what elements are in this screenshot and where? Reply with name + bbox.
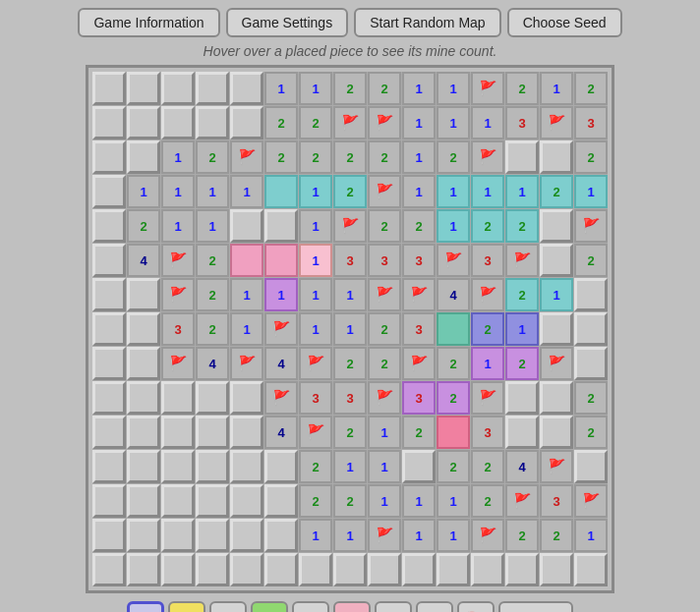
cell-r0-c13[interactable]: 1 [540, 72, 573, 105]
cell-r13-c10[interactable]: 1 [437, 519, 470, 552]
cell-r8-c14[interactable] [574, 347, 608, 380]
cell-r10-c14[interactable]: 2 [574, 416, 608, 449]
cell-r11-c7[interactable]: 1 [333, 450, 367, 483]
cell-r5-c11[interactable]: 3 [471, 244, 504, 277]
cell-r2-c8[interactable]: 2 [368, 140, 401, 174]
cell-r2-c14[interactable]: 2 [574, 140, 608, 174]
cell-r14-c2[interactable] [161, 553, 195, 586]
cell-r13-c9[interactable]: 1 [402, 519, 436, 552]
cell-r11-c4[interactable] [230, 450, 263, 483]
cell-r4-c11[interactable]: 2 [471, 209, 504, 243]
cell-r4-c3[interactable]: 1 [196, 209, 229, 243]
cell-r8-c6[interactable]: 🚩 [299, 347, 332, 380]
cell-r11-c3[interactable] [196, 450, 229, 483]
cell-r9-c12[interactable] [505, 381, 539, 415]
cell-r10-c13[interactable] [540, 416, 573, 449]
cell-r10-c2[interactable] [161, 416, 195, 449]
cell-r11-c1[interactable] [127, 450, 160, 483]
cell-r14-c3[interactable] [196, 553, 229, 586]
cell-r6-c8[interactable]: 🚩 [368, 278, 401, 311]
minesweeper-grid[interactable]: 112211🚩21222🚩🚩1113🚩312🚩222212🚩2111112🚩11… [92, 72, 608, 586]
cell-r14-c6[interactable] [299, 553, 332, 586]
cell-r8-c11[interactable]: 1 [471, 347, 504, 380]
cell-r7-c14[interactable] [574, 312, 608, 346]
cell-r0-c11[interactable]: 🚩 [471, 72, 504, 105]
cell-r12-c0[interactable] [92, 484, 126, 518]
cell-r14-c0[interactable] [92, 553, 126, 586]
cell-r7-c3[interactable]: 2 [196, 312, 229, 346]
cell-r2-c10[interactable]: 2 [437, 140, 470, 174]
cell-r2-c7[interactable]: 2 [333, 140, 367, 174]
cell-r1-c7[interactable]: 🚩 [333, 106, 367, 139]
cell-r8-c12[interactable]: 2 [505, 347, 539, 380]
cell-r3-c5[interactable] [264, 175, 298, 208]
cell-r14-c11[interactable] [471, 553, 504, 586]
cell-r4-c2[interactable]: 1 [161, 209, 195, 243]
cell-r3-c7[interactable]: 2 [333, 175, 367, 208]
btn-4b[interactable]: 4 [251, 601, 288, 612]
btn-3[interactable]: 3 [333, 601, 371, 612]
cell-r11-c10[interactable]: 2 [437, 450, 470, 483]
cell-r3-c8[interactable]: 🚩 [368, 175, 401, 208]
cell-r1-c8[interactable]: 🚩 [368, 106, 401, 139]
cell-r0-c9[interactable]: 1 [402, 72, 436, 105]
cell-r4-c8[interactable]: 2 [368, 209, 401, 243]
cell-r7-c13[interactable] [540, 312, 573, 346]
cell-r9-c10[interactable]: 2 [437, 381, 470, 415]
cell-r14-c9[interactable] [402, 553, 436, 586]
cell-r8-c9[interactable]: 🚩 [402, 347, 436, 380]
cell-r2-c4[interactable]: 🚩 [230, 140, 263, 174]
cell-r7-c0[interactable] [92, 312, 126, 346]
cell-r3-c2[interactable]: 1 [161, 175, 195, 208]
cell-r10-c0[interactable] [92, 416, 126, 449]
cell-r4-c6[interactable]: 1 [299, 209, 332, 243]
cell-r10-c8[interactable]: 1 [368, 416, 401, 449]
cell-r8-c3[interactable]: 4 [196, 347, 229, 380]
cell-r13-c4[interactable] [230, 519, 263, 552]
cell-r9-c7[interactable]: 3 [333, 381, 367, 415]
cell-r6-c10[interactable]: 4 [437, 278, 470, 311]
cell-r14-c14[interactable] [574, 553, 608, 586]
cell-r11-c14[interactable] [574, 450, 608, 483]
cell-r12-c5[interactable] [264, 484, 298, 518]
cell-r5-c0[interactable] [92, 244, 126, 277]
cell-r0-c14[interactable]: 2 [574, 72, 608, 105]
cell-r10-c7[interactable]: 2 [333, 416, 367, 449]
cell-r7-c8[interactable]: 2 [368, 312, 401, 346]
cell-r13-c1[interactable] [127, 519, 160, 552]
cell-r5-c5[interactable] [264, 244, 298, 277]
cell-r14-c10[interactable] [437, 553, 470, 586]
cell-r6-c5[interactable]: 1 [264, 278, 298, 311]
cell-r13-c5[interactable] [264, 519, 298, 552]
cell-r4-c12[interactable]: 2 [505, 209, 539, 243]
cell-r14-c8[interactable] [368, 553, 401, 586]
cell-r1-c5[interactable]: 2 [264, 106, 298, 139]
cell-r3-c11[interactable]: 1 [471, 175, 504, 208]
cell-r8-c5[interactable]: 4 [264, 347, 298, 380]
cell-r12-c11[interactable]: 2 [471, 484, 504, 518]
cell-r9-c5[interactable]: 🚩 [264, 381, 298, 415]
cell-r13-c12[interactable]: 2 [505, 519, 539, 552]
cell-r11-c5[interactable] [264, 450, 298, 483]
cell-r8-c8[interactable]: 2 [368, 347, 401, 380]
cell-r11-c6[interactable]: 2 [299, 450, 332, 483]
cell-r4-c1[interactable]: 2 [127, 209, 160, 243]
cell-r4-c13[interactable] [540, 209, 573, 243]
cell-r8-c0[interactable] [92, 347, 126, 380]
cell-r9-c2[interactable] [161, 381, 195, 415]
cell-r2-c13[interactable] [540, 140, 573, 174]
cell-r4-c14[interactable]: 🚩 [574, 209, 608, 243]
cell-r4-c4[interactable] [230, 209, 263, 243]
cell-r2-c1[interactable] [127, 140, 160, 174]
cell-r0-c5[interactable]: 1 [264, 72, 298, 105]
cell-r10-c5[interactable]: 4 [264, 416, 298, 449]
cell-r1-c2[interactable] [161, 106, 195, 139]
cell-r6-c6[interactable]: 1 [299, 278, 332, 311]
cell-r10-c1[interactable] [127, 416, 160, 449]
cell-r1-c13[interactable]: 🚩 [540, 106, 573, 139]
cell-r14-c12[interactable] [505, 553, 539, 586]
cell-r0-c3[interactable] [196, 72, 229, 105]
cell-r5-c13[interactable] [540, 244, 573, 277]
cell-r5-c4[interactable] [230, 244, 263, 277]
cell-r6-c7[interactable]: 1 [333, 278, 367, 311]
